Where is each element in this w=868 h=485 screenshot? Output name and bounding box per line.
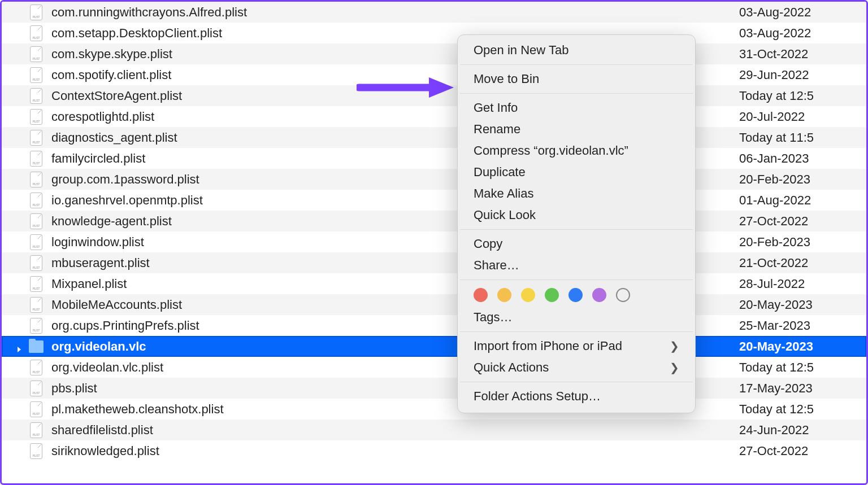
file-date: 17-May-2023	[739, 381, 866, 396]
file-date: 27-Oct-2022	[739, 444, 866, 458]
menu-quick-look[interactable]: Quick Look	[458, 204, 695, 226]
plist-file-icon	[29, 192, 44, 209]
menu-share[interactable]: Share…	[458, 255, 695, 276]
file-date: 28-Jul-2022	[739, 277, 866, 291]
file-row[interactable]: org.videolan.vlc.plistToday at 12:5	[2, 357, 866, 378]
plist-file-icon	[29, 25, 44, 42]
file-date: 29-Jun-2022	[739, 68, 866, 82]
file-date: Today at 12:5	[739, 402, 866, 417]
file-date: 06-Jan-2023	[739, 151, 866, 166]
file-row[interactable]: mbuseragent.plist21-Oct-2022	[2, 252, 866, 273]
file-date: 20-Jul-2022	[739, 110, 866, 124]
plist-file-icon	[29, 88, 44, 104]
menu-label: Make Alias	[474, 186, 533, 201]
file-date: Today at 11:5	[739, 130, 866, 145]
tag-none-dot[interactable]	[616, 288, 630, 302]
plist-file-icon	[29, 213, 44, 230]
chevron-right-icon: ❯	[670, 339, 679, 353]
file-list: com.runningwithcrayons.Alfred.plist03-Au…	[2, 2, 866, 461]
file-date: Today at 12:5	[739, 89, 866, 103]
file-name: siriknowledged.plist	[51, 444, 739, 458]
chevron-right-icon: ❯	[670, 361, 679, 374]
plist-file-icon	[29, 401, 44, 418]
file-date: 21-Oct-2022	[739, 256, 866, 270]
menu-separator	[460, 279, 693, 280]
menu-label: Get Info	[474, 101, 518, 115]
plist-file-icon	[29, 150, 44, 167]
file-row[interactable]: loginwindow.plist20-Feb-2023	[2, 231, 866, 252]
file-date: 20-May-2023	[739, 339, 866, 354]
plist-file-icon	[29, 276, 44, 292]
folder-icon	[29, 338, 44, 355]
plist-file-icon	[29, 359, 44, 376]
menu-compress[interactable]: Compress “org.videolan.vlc”	[458, 140, 695, 161]
tag-color-dot[interactable]	[545, 288, 559, 302]
menu-label: Move to Bin	[474, 72, 539, 86]
file-row[interactable]: io.ganeshrvel.openmtp.plist01-Aug-2022	[2, 190, 866, 211]
file-row[interactable]: siriknowledged.plist27-Oct-2022	[2, 440, 866, 461]
plist-file-icon	[29, 380, 44, 397]
menu-separator	[460, 382, 693, 382]
file-row[interactable]: pl.maketheweb.cleanshotx.plistToday at 1…	[2, 399, 866, 420]
tag-color-dot[interactable]	[497, 288, 511, 302]
menu-tags[interactable]: Tags…	[458, 307, 695, 328]
file-row[interactable]: pbs.plist17-May-2023	[2, 378, 866, 399]
menu-label: Rename	[474, 122, 520, 137]
context-menu: Open in New Tab Move to Bin Get Info Ren…	[457, 34, 696, 413]
file-row[interactable]: group.com.1password.plist20-Feb-2023	[2, 169, 866, 190]
file-row[interactable]: Mixpanel.plist28-Jul-2022	[2, 273, 866, 294]
file-row[interactable]: familycircled.plist06-Jan-2023	[2, 148, 866, 169]
menu-open-new-tab[interactable]: Open in New Tab	[458, 40, 695, 61]
menu-get-info[interactable]: Get Info	[458, 97, 695, 119]
file-date: 03-Aug-2022	[739, 5, 866, 20]
file-row[interactable]: org.cups.PrintingPrefs.plist25-Mar-2023	[2, 315, 866, 336]
file-row[interactable]: diagnostics_agent.plistToday at 11:5	[2, 127, 866, 148]
file-date: 25-Mar-2023	[739, 318, 866, 333]
menu-folder-actions[interactable]: Folder Actions Setup…	[458, 386, 695, 407]
file-row[interactable]: com.runningwithcrayons.Alfred.plist03-Au…	[2, 2, 866, 23]
plist-file-icon	[29, 296, 44, 313]
menu-label: Copy	[474, 237, 502, 251]
file-name: com.runningwithcrayons.Alfred.plist	[51, 5, 739, 20]
file-row[interactable]: com.skype.skype.plist31-Oct-2022	[2, 43, 866, 64]
menu-import-iphone[interactable]: Import from iPhone or iPad ❯	[458, 335, 695, 357]
plist-file-icon	[29, 255, 44, 272]
file-row[interactable]: corespotlightd.plist20-Jul-2022	[2, 106, 866, 127]
menu-separator	[460, 64, 693, 65]
menu-label: Share…	[474, 258, 519, 273]
menu-label: Duplicate	[474, 165, 526, 180]
menu-duplicate[interactable]: Duplicate	[458, 161, 695, 183]
menu-copy[interactable]: Copy	[458, 233, 695, 255]
menu-move-to-bin[interactable]: Move to Bin	[458, 68, 695, 90]
menu-rename[interactable]: Rename	[458, 119, 695, 140]
tag-color-dot[interactable]	[568, 288, 583, 302]
menu-label: Tags…	[474, 310, 512, 325]
menu-tags-colors	[458, 283, 695, 307]
plist-file-icon	[29, 46, 44, 63]
tag-color-dot[interactable]	[592, 288, 606, 302]
file-row[interactable]: com.setapp.DesktopClient.plist03-Aug-202…	[2, 23, 866, 43]
file-row[interactable]: org.videolan.vlc20-May-2023	[2, 336, 866, 357]
menu-label: Import from iPhone or iPad	[474, 339, 622, 353]
plist-file-icon	[29, 422, 44, 439]
plist-file-icon	[29, 4, 44, 21]
plist-file-icon	[29, 443, 44, 460]
menu-separator	[460, 93, 693, 94]
file-row[interactable]: knowledge-agent.plist27-Oct-2022	[2, 211, 866, 231]
menu-separator	[460, 229, 693, 230]
file-date: 20-May-2023	[739, 298, 866, 312]
file-date: 20-Feb-2023	[739, 235, 866, 250]
file-name: sharedfilelistd.plist	[51, 423, 739, 438]
tag-color-dot[interactable]	[521, 288, 535, 302]
menu-make-alias[interactable]: Make Alias	[458, 183, 695, 204]
disclosure-triangle-icon[interactable]	[15, 342, 24, 351]
plist-file-icon	[29, 171, 44, 188]
menu-label: Compress “org.videolan.vlc”	[474, 143, 628, 158]
file-row[interactable]: MobileMeAccounts.plist20-May-2023	[2, 294, 866, 315]
plist-file-icon	[29, 108, 44, 125]
plist-file-icon	[29, 67, 44, 84]
plist-file-icon	[29, 234, 44, 251]
menu-quick-actions[interactable]: Quick Actions ❯	[458, 357, 695, 378]
file-row[interactable]: sharedfilelistd.plist24-Jun-2022	[2, 420, 866, 440]
tag-color-dot[interactable]	[474, 288, 488, 302]
